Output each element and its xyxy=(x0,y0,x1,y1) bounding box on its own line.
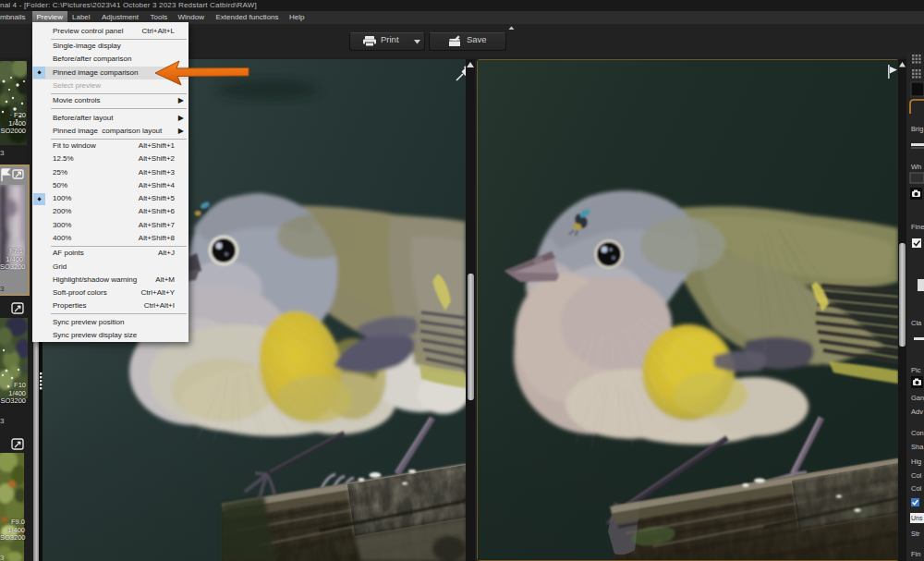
svg-text:Cla: Cla xyxy=(911,319,922,327)
svg-text:Uns: Uns xyxy=(911,515,923,521)
svg-text:Sha: Sha xyxy=(911,443,924,451)
svg-text:Adv: Adv xyxy=(911,408,923,416)
svg-text:Brig: Brig xyxy=(911,125,923,133)
svg-text:Con: Con xyxy=(911,429,924,437)
svg-text:Str: Str xyxy=(911,530,920,538)
svg-text:Fine: Fine xyxy=(911,223,924,231)
svg-text:Gan: Gan xyxy=(911,394,924,402)
svg-text:Wh: Wh xyxy=(911,163,921,171)
svg-text:Pic: Pic xyxy=(911,366,921,374)
svg-text:Hig: Hig xyxy=(911,457,921,466)
svg-text:Col: Col xyxy=(911,471,922,480)
svg-text:Fin: Fin xyxy=(911,550,920,558)
svg-text:Col: Col xyxy=(911,484,922,493)
